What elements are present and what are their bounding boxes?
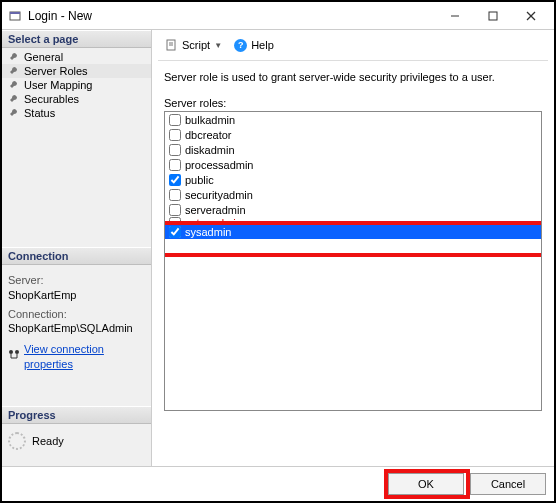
left-pane: Select a page General Server Roles User … — [2, 30, 152, 466]
login-new-dialog: Login - New Select a page General — [0, 0, 556, 503]
role-label: securityadmin — [185, 189, 253, 201]
page-item-user-mapping[interactable]: User Mapping — [2, 78, 151, 92]
titlebar: Login - New — [2, 2, 554, 30]
progress-body: Ready — [2, 424, 151, 466]
wrench-icon — [8, 79, 20, 91]
svg-point-6 — [9, 350, 13, 354]
role-row-diskadmin[interactable]: diskadmin — [165, 142, 541, 157]
page-label: General — [24, 51, 63, 63]
close-button[interactable] — [512, 3, 550, 29]
connection-label: Connection: — [8, 307, 145, 322]
window-title: Login - New — [28, 9, 436, 23]
page-item-securables[interactable]: Securables — [2, 92, 151, 106]
script-button[interactable]: Script ▼ — [160, 36, 226, 54]
role-label: dbcreator — [185, 129, 231, 141]
wrench-icon — [8, 65, 20, 77]
role-row-public[interactable]: public — [165, 172, 541, 187]
role-row-setupadmin[interactable]: setupadmin — [165, 217, 541, 224]
script-label: Script — [182, 39, 210, 51]
role-checkbox[interactable] — [169, 174, 181, 186]
toolbar: Script ▼ ? Help — [158, 34, 548, 61]
window-buttons — [436, 3, 550, 29]
minimize-button[interactable] — [436, 3, 474, 29]
role-label: processadmin — [185, 159, 253, 171]
role-checkbox[interactable] — [169, 217, 181, 224]
role-label: setupadmin — [185, 217, 242, 224]
page-item-status[interactable]: Status — [2, 106, 151, 120]
page-item-server-roles[interactable]: Server Roles — [2, 64, 151, 78]
info-text: Server role is used to grant server-wide… — [158, 71, 548, 97]
svg-rect-1 — [10, 12, 20, 14]
svg-point-7 — [15, 350, 19, 354]
wrench-icon — [8, 51, 20, 63]
role-checkbox[interactable] — [169, 226, 181, 238]
wrench-icon — [8, 107, 20, 119]
server-label: Server: — [8, 273, 145, 288]
role-row-sysadmin[interactable]: sysadmin — [165, 224, 541, 239]
page-label: User Mapping — [24, 79, 92, 91]
right-pane: Script ▼ ? Help Server role is used to g… — [152, 30, 554, 466]
page-list: General Server Roles User Mapping Secura… — [2, 48, 151, 122]
cancel-button[interactable]: Cancel — [470, 473, 546, 495]
progress-status: Ready — [32, 435, 64, 447]
page-label: Securables — [24, 93, 79, 105]
role-row-bulkadmin[interactable]: bulkadmin — [165, 112, 541, 127]
connection-header: Connection — [2, 247, 151, 265]
pages-header: Select a page — [2, 30, 151, 48]
role-label: serveradmin — [185, 204, 246, 216]
role-checkbox[interactable] — [169, 114, 181, 126]
help-label: Help — [251, 39, 274, 51]
role-checkbox[interactable] — [169, 159, 181, 171]
wrench-icon — [8, 93, 20, 105]
script-icon — [164, 38, 178, 52]
maximize-button[interactable] — [474, 3, 512, 29]
role-checkbox[interactable] — [169, 144, 181, 156]
connection-properties-icon — [8, 349, 20, 365]
role-row-processadmin[interactable]: processadmin — [165, 157, 541, 172]
progress-ring-icon — [8, 432, 26, 450]
connection-value: ShopKartEmp\SQLAdmin — [8, 321, 145, 336]
role-row-serveradmin[interactable]: serveradmin — [165, 202, 541, 217]
view-connection-properties-link[interactable]: View connection properties — [24, 342, 145, 372]
server-roles-listbox[interactable]: bulkadmindbcreatordiskadminprocessadminp… — [164, 111, 542, 411]
role-checkbox[interactable] — [169, 129, 181, 141]
role-checkbox[interactable] — [169, 189, 181, 201]
server-value: ShopKartEmp — [8, 288, 145, 303]
page-label: Status — [24, 107, 55, 119]
role-row-dbcreator[interactable]: dbcreator — [165, 127, 541, 142]
svg-rect-3 — [489, 12, 497, 20]
page-item-general[interactable]: General — [2, 50, 151, 64]
role-label: diskadmin — [185, 144, 235, 156]
page-label: Server Roles — [24, 65, 88, 77]
role-row-securityadmin[interactable]: securityadmin — [165, 187, 541, 202]
role-label: public — [185, 174, 214, 186]
role-checkbox[interactable] — [169, 204, 181, 216]
dialog-footer: OK Cancel — [2, 466, 554, 501]
help-button[interactable]: ? Help — [230, 37, 278, 54]
help-icon: ? — [234, 39, 247, 52]
connection-body: Server: ShopKartEmp Connection: ShopKart… — [2, 265, 151, 376]
role-label: sysadmin — [185, 226, 231, 238]
roles-label: Server roles: — [158, 97, 548, 111]
ok-button[interactable]: OK — [388, 473, 464, 495]
progress-header: Progress — [2, 406, 151, 424]
app-icon — [8, 9, 22, 23]
role-label: bulkadmin — [185, 114, 235, 126]
dropdown-arrow-icon[interactable]: ▼ — [214, 41, 222, 50]
